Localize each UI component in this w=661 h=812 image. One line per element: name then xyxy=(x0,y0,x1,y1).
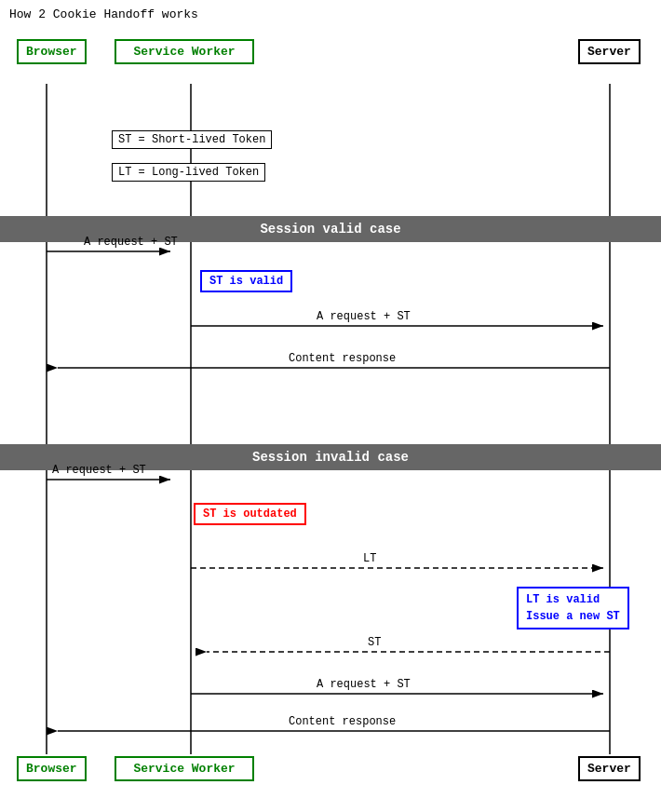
serviceworker-actor-bottom: Service Worker xyxy=(115,756,254,781)
svg-text:A request + ST: A request + ST xyxy=(84,236,178,249)
svg-text:LT: LT xyxy=(363,552,376,565)
browser-actor-top: Browser xyxy=(17,39,87,64)
section-valid-header: Session valid case xyxy=(0,216,661,242)
svg-text:ST: ST xyxy=(368,636,381,649)
lt-definition-note: LT = Long-lived Token xyxy=(112,163,265,182)
svg-rect-6 xyxy=(0,444,661,470)
serviceworker-actor-top: Service Worker xyxy=(115,39,254,64)
svg-text:Content response: Content response xyxy=(289,352,396,365)
svg-text:A request + ST: A request + ST xyxy=(317,678,411,691)
server-actor-bottom: Server xyxy=(578,756,641,781)
st-valid-notebox: ST is valid xyxy=(200,270,292,292)
lt-valid-notebox: LT is valid Issue a new ST xyxy=(517,587,629,629)
lt-valid-line2: Issue a new ST xyxy=(526,608,620,625)
svg-rect-5 xyxy=(0,216,661,242)
arrows-layer: A request + ST A request + ST Content re… xyxy=(0,0,661,812)
diagram: How 2 Cookie Handoff works A request + S… xyxy=(0,0,661,812)
svg-text:Content response: Content response xyxy=(289,715,396,728)
st-definition-note: ST = Short-lived Token xyxy=(112,130,272,149)
lt-valid-line1: LT is valid xyxy=(526,591,620,608)
section-invalid-header: Session invalid case xyxy=(0,444,661,470)
svg-text:A request + ST: A request + ST xyxy=(317,310,411,323)
diagram-title: How 2 Cookie Handoff works xyxy=(9,7,198,21)
browser-actor-bottom: Browser xyxy=(17,756,87,781)
svg-text:A request + ST: A request + ST xyxy=(52,464,146,477)
server-actor-top: Server xyxy=(578,39,641,64)
st-outdated-notebox: ST is outdated xyxy=(194,503,306,525)
